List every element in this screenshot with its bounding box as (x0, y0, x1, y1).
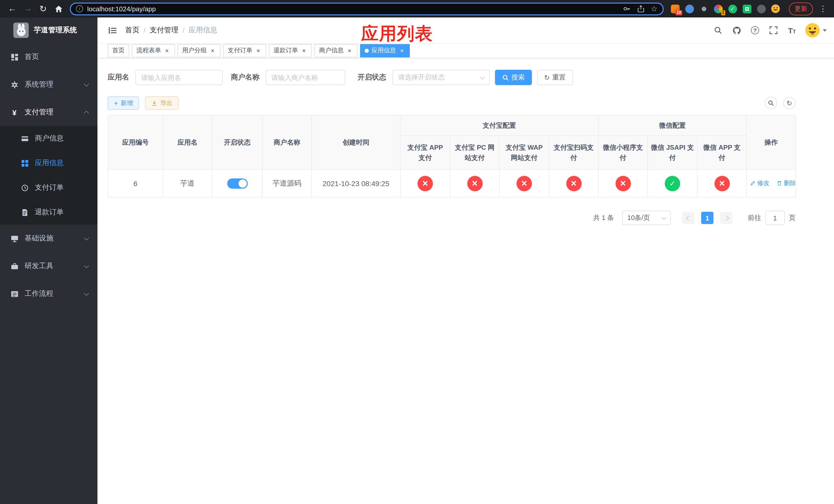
tags-view: 首页 流程表单 用户分组 支付订单 退款订单 (97, 43, 834, 59)
extension-glyph (757, 4, 766, 13)
sidebar: 芋道管理系统 首页 系统管理 支付管理 (0, 18, 97, 504)
app-title: 芋道管理系统 (34, 26, 77, 35)
sidebar-item-merchant-info[interactable]: 商户信息 (0, 126, 97, 151)
goto-page-input[interactable] (765, 211, 785, 225)
status-select[interactable]: 请选择开启状态 (392, 70, 490, 85)
chevron-down-icon (84, 263, 89, 268)
sidebar-item-dev-tools[interactable]: 研发工具 (0, 252, 97, 280)
reset-button-label: 重置 (552, 73, 566, 82)
close-icon[interactable] (301, 47, 307, 54)
breadcrumb-payment[interactable]: 支付管理 (150, 26, 178, 35)
tag-process-form[interactable]: 流程表单 (132, 44, 175, 57)
search-button[interactable]: 搜索 (495, 70, 532, 85)
col-header-wechat-mini: 微信小程序支付 (598, 136, 648, 169)
sidebar-item-label: 支付订单 (35, 183, 64, 192)
close-icon[interactable] (346, 47, 353, 54)
site-info-icon[interactable] (76, 5, 83, 12)
extension-icon[interactable] (699, 4, 709, 14)
tag-label: 首页 (112, 46, 125, 55)
col-header-created: 创建时间 (312, 115, 400, 169)
extension-icon[interactable]: ✓ (727, 4, 738, 14)
col-header-status: 开启状态 (212, 115, 262, 169)
extension-icon[interactable]: 10 (670, 4, 680, 14)
edit-link-label: 修改 (757, 179, 769, 188)
col-header-actions: 操作 (747, 115, 796, 169)
font-size-button[interactable] (786, 25, 797, 36)
fullscreen-button[interactable] (768, 25, 779, 36)
tag-merchant-info[interactable]: 商户信息 (314, 44, 357, 57)
sidebar-item-pay-orders[interactable]: 支付订单 (0, 175, 97, 200)
page-number-button[interactable]: 1 (701, 212, 714, 224)
status-toggle[interactable] (227, 178, 247, 188)
chrome-update-button[interactable]: 更新 (789, 2, 813, 15)
breadcrumb-home[interactable]: 首页 (125, 26, 139, 35)
merchant-name-label: 商户名称 (231, 73, 260, 82)
sidebar-logo[interactable]: 芋道管理系统 (0, 18, 97, 43)
extension-icon[interactable] (684, 4, 695, 14)
search-icon (768, 100, 774, 106)
sidebar-item-workflow[interactable]: 工作流程 (0, 280, 97, 307)
merchant-name-input[interactable] (266, 70, 345, 85)
sidebar-item-payment[interactable]: 支付管理 (0, 98, 97, 126)
tag-home[interactable]: 首页 (108, 44, 129, 57)
sidebar-item-refund-orders[interactable]: 退款订单 (0, 200, 97, 225)
tag-pay-orders[interactable]: 支付订单 (223, 44, 266, 57)
browser-menu-icon[interactable] (817, 4, 829, 13)
sidebar-item-infrastructure[interactable]: 基础设施 (0, 225, 97, 252)
hamburger-button[interactable] (105, 23, 120, 38)
export-button[interactable]: 导出 (145, 96, 178, 110)
sidebar-item-app-info[interactable]: 应用信息 (0, 151, 97, 175)
add-button[interactable]: 新增 (108, 96, 139, 110)
user-menu[interactable] (805, 23, 827, 38)
tag-user-group[interactable]: 用户分组 (177, 44, 221, 57)
delete-link[interactable]: 删除 (776, 179, 796, 188)
caret-down-icon (823, 29, 827, 31)
browser-back-button[interactable] (5, 2, 20, 16)
credit-card-icon (21, 134, 29, 142)
sidebar-item-system[interactable]: 系统管理 (0, 71, 97, 98)
close-icon[interactable] (209, 47, 216, 54)
close-icon[interactable] (163, 47, 170, 54)
extension-icon[interactable] (770, 4, 781, 14)
prev-page-button[interactable] (682, 212, 695, 224)
extension-icon[interactable]: 1 (713, 4, 723, 14)
extension-glyph: ✓ (728, 4, 737, 13)
password-key-icon[interactable] (622, 5, 631, 13)
breadcrumb-separator (144, 26, 146, 35)
sidebar-item-label: 商户信息 (35, 134, 64, 143)
github-button[interactable] (731, 25, 742, 36)
extension-icon[interactable] (742, 4, 752, 14)
tag-refund-orders[interactable]: 退款订单 (269, 44, 312, 57)
extension-badge: 10 (676, 10, 682, 15)
browser-forward-button[interactable] (21, 2, 35, 16)
emoji-extension-glyph (771, 4, 780, 13)
extension-badge: 1 (721, 10, 725, 15)
sidebar-item-home[interactable]: 首页 (0, 43, 97, 71)
main-area: 首页 支付管理 应用信息 应用列表 (97, 18, 834, 504)
alipay-pc-status-icon (467, 176, 482, 191)
browser-home-button[interactable] (51, 2, 66, 16)
refresh-table-button[interactable] (783, 97, 795, 109)
wechat-jsapi-status-icon (665, 176, 680, 191)
reload-icon (40, 3, 47, 14)
right-toolbar (765, 97, 795, 109)
tag-app-info[interactable]: 应用信息 (360, 44, 410, 57)
reset-button[interactable]: 重置 (537, 70, 573, 85)
status-select-placeholder: 请选择开启状态 (398, 73, 445, 82)
toggle-search-button[interactable] (765, 97, 777, 109)
close-icon[interactable] (398, 47, 405, 54)
plus-icon (114, 99, 118, 107)
bookmark-star-icon[interactable] (651, 4, 658, 13)
header-search-button[interactable] (712, 25, 724, 36)
app-name-input[interactable] (135, 70, 223, 85)
close-icon[interactable] (255, 47, 262, 54)
pagination: 共 1 条 10条/页 1 前往 页 (108, 211, 795, 225)
edit-link[interactable]: 修改 (750, 179, 769, 188)
help-button[interactable] (749, 25, 761, 36)
page-size-select[interactable]: 10条/页 (622, 211, 671, 225)
next-page-button[interactable] (720, 212, 732, 224)
address-bar[interactable]: localhost:1024/pay/app (70, 2, 664, 15)
extension-icon[interactable] (756, 4, 766, 14)
browser-reload-button[interactable] (36, 2, 50, 16)
share-icon[interactable] (637, 5, 644, 13)
